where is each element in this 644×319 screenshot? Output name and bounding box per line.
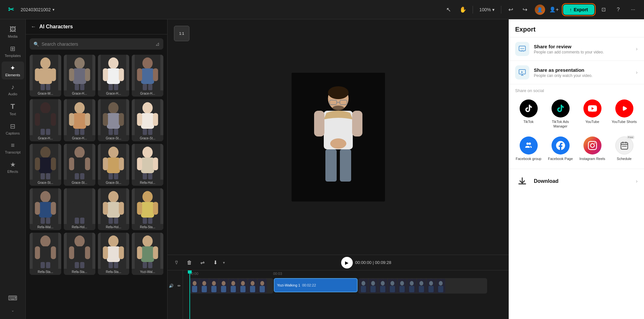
char-thumbnail — [98, 188, 130, 224]
clip-after[interactable] — [358, 278, 487, 294]
sidebar-item-media[interactable]: 🖼 Media — [2, 23, 24, 41]
hand-tool-btn[interactable]: ✋ — [457, 4, 469, 15]
youtube-shorts-btn[interactable]: YouTube Shorts — [610, 97, 639, 131]
redo-btn[interactable]: ↪ — [519, 4, 531, 15]
character-card-refa-wal[interactable]: Refa-Wal... — [30, 188, 61, 230]
flip-btn[interactable]: ⇌ — [197, 258, 207, 268]
character-card-refa-sta[interactable]: Refa-Sta... — [132, 188, 163, 230]
char-thumbnail — [64, 144, 95, 180]
sidebar-item-elements[interactable]: ✦ Elements — [2, 61, 24, 80]
help-btn[interactable]: ? — [612, 4, 624, 15]
character-card-yozi-wal[interactable]: Yozi-Wal... — [132, 233, 163, 275]
timeline-area: ⍢ 🗑 ⇌ ⬇ ▾ ▶ 00:00:00 | 00:09:28 — [168, 255, 509, 319]
svg-rect-32 — [51, 113, 56, 126]
character-card-refa-sta3[interactable]: Refa-Sta... — [64, 233, 95, 275]
svg-rect-69 — [80, 173, 84, 179]
filter-button[interactable]: ⊿ — [155, 41, 159, 47]
character-card-grace-h4[interactable]: Grace-H... — [30, 99, 61, 141]
character-card-grace-st1[interactable]: Grace-St... — [98, 99, 130, 141]
character-card-grace-st5[interactable]: Grace-St... — [98, 144, 130, 186]
svg-rect-13 — [80, 84, 84, 90]
instagram-btn[interactable]: Instagram Reels — [578, 134, 607, 164]
sidebar-item-audio[interactable]: ♪ Audio — [2, 81, 24, 99]
pointer-tool-btn[interactable]: ↖ — [443, 4, 455, 15]
split-tool-btn[interactable]: ⍢ — [171, 258, 182, 268]
character-card-grace-h5[interactable]: Grace-H... — [64, 99, 95, 141]
character-card-refa-sta2[interactable]: Refa-Sta... — [30, 233, 61, 275]
svg-rect-93 — [73, 202, 86, 218]
search-input[interactable] — [42, 42, 153, 47]
more-btn[interactable]: ··· — [627, 4, 639, 15]
svg-point-207 — [523, 48, 524, 49]
youtube-shorts-icon — [615, 99, 633, 117]
delete-btn[interactable]: 🗑 — [184, 258, 195, 268]
share-presentation-btn[interactable]: Share as presentation People can only wa… — [509, 61, 644, 84]
sidebar-item-text[interactable]: T Text — [2, 100, 24, 118]
character-card-grace-h1[interactable]: Grace-H... — [64, 55, 95, 97]
svg-rect-5 — [41, 84, 45, 90]
share-review-arrow: › — [636, 46, 638, 52]
selected-clip[interactable]: Yozi-Walking 1 00:02:22 — [274, 278, 358, 292]
svg-rect-173 — [250, 286, 255, 292]
fb-group-btn[interactable]: Facebook group — [514, 134, 543, 164]
topbar-right: 👤 👤+ ↑ Export ⊡ ? ··· — [535, 4, 639, 15]
clip-name: Yozi-Walking 1 — [277, 283, 300, 287]
sidebar-label-transcript: Transcript — [5, 150, 21, 154]
character-card-grace-st4[interactable]: Grace-St... — [64, 144, 95, 186]
character-card-refa-hol3[interactable]: Refa-Hol... — [98, 188, 130, 230]
volume-btn[interactable]: 🔊 — [168, 283, 175, 289]
schedule-btn[interactable]: Free Schedule — [610, 134, 639, 164]
sidebar-item-collapse[interactable]: ⌄ — [2, 306, 24, 315]
project-name-btn[interactable]: 202403021002 ▾ — [21, 7, 54, 12]
zoom-level-btn[interactable]: 100% ▾ — [477, 6, 497, 14]
character-card-grace-st3[interactable]: Grace-St... — [30, 144, 61, 186]
tiktok-btn[interactable]: TikTok — [514, 97, 543, 131]
undo-btn[interactable]: ↩ — [505, 4, 517, 15]
svg-rect-16 — [107, 68, 120, 84]
character-card-grace-w1[interactable]: Grace-W... — [30, 55, 61, 97]
svg-rect-151 — [325, 149, 337, 182]
cast-btn[interactable]: ⊡ — [598, 4, 609, 15]
download-btn[interactable]: Download › — [509, 169, 644, 193]
export-button[interactable]: ↑ Export — [563, 5, 594, 15]
playhead[interactable] — [189, 270, 190, 319]
clip-before[interactable] — [189, 278, 273, 294]
panel-title: AI Characters — [39, 24, 162, 30]
char-label: Grace-H... — [132, 90, 163, 97]
edit-btn[interactable]: ✏ — [176, 283, 182, 289]
char-label: Grace-St... — [64, 180, 95, 186]
sidebar-item-transcript[interactable]: ≡ Transcript — [2, 139, 24, 157]
youtube-btn[interactable]: YouTube — [578, 97, 607, 131]
share-review-btn[interactable]: Share for review People can add comments… — [509, 37, 644, 61]
character-card-refa-hol2[interactable]: Refa-Hol... — [64, 188, 95, 230]
share-presentation-title: Share as presentation — [534, 67, 631, 73]
character-card-refa-sta4[interactable]: Refa-Sta... — [98, 233, 130, 275]
sidebar-item-captions[interactable]: ⊟ Captions — [2, 120, 24, 138]
fb-page-btn[interactable]: Facebook Page — [546, 134, 575, 164]
svg-rect-26 — [143, 84, 147, 90]
tiktok-ads-btn[interactable]: TikTok Ads Manager — [546, 97, 575, 131]
character-card-refa-hol[interactable]: Refa-Hol... — [132, 144, 163, 186]
character-card-grace-st2[interactable]: Grace-St... — [132, 99, 163, 141]
download-tool-btn[interactable]: ⬇ — [210, 258, 220, 268]
sidebar-item-effects[interactable]: ★ Effects — [2, 158, 24, 176]
sidebar-item-templates[interactable]: ⊞ Templates — [2, 42, 24, 60]
char-thumbnail — [132, 55, 163, 90]
character-card-grace-h2[interactable]: Grace-H... — [98, 55, 130, 97]
collapse-icon: ⌄ — [11, 308, 14, 313]
user-avatar[interactable]: 👤 — [535, 5, 545, 15]
media-icon: 🖼 — [10, 26, 16, 33]
share-social-label: Share on social — [509, 84, 644, 96]
svg-point-218 — [625, 145, 626, 147]
add-user-btn[interactable]: 👤+ — [548, 4, 560, 15]
character-card-grace-h3[interactable]: Grace-H... — [132, 55, 163, 97]
sidebar-item-keyboard[interactable]: ⌨ — [2, 292, 24, 305]
play-button[interactable]: ▶ — [341, 257, 353, 268]
char-label: Yozi-Wal... — [132, 269, 163, 275]
ratio-btn[interactable]: 1:1 — [174, 26, 189, 41]
download-dropdown-icon: ▾ — [223, 260, 225, 265]
back-button[interactable]: ← — [31, 24, 36, 30]
youtube-label: YouTube — [585, 119, 599, 124]
svg-rect-19 — [109, 84, 113, 90]
char-thumbnail — [64, 99, 95, 135]
